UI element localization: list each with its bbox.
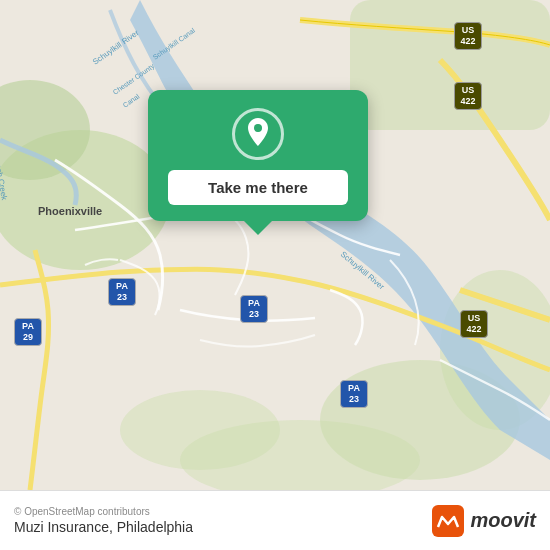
badge-us422-mid: US422 <box>454 82 482 110</box>
bottom-left-info: © OpenStreetMap contributors Muzi Insura… <box>14 506 193 535</box>
location-pin-circle <box>232 108 284 160</box>
svg-point-15 <box>254 124 262 132</box>
badge-pa23-right: PA23 <box>340 380 368 408</box>
take-me-there-button[interactable]: Take me there <box>168 170 348 205</box>
moovit-icon <box>432 505 464 537</box>
moovit-text: moovit <box>470 509 536 532</box>
bottom-bar: © OpenStreetMap contributors Muzi Insura… <box>0 490 550 550</box>
badge-pa23-mid: PA23 <box>240 295 268 323</box>
svg-rect-3 <box>350 0 550 130</box>
location-name: Muzi Insurance, Philadelphia <box>14 519 193 535</box>
moovit-logo: moovit <box>432 505 536 537</box>
badge-pa29: PA29 <box>14 318 42 346</box>
badge-us422-bottom: US422 <box>460 310 488 338</box>
svg-text:Phoenixville: Phoenixville <box>38 205 102 217</box>
popup-card: Take me there <box>148 90 368 221</box>
badge-us422-top: US422 <box>454 22 482 50</box>
svg-rect-16 <box>432 505 464 537</box>
map-svg: Phoenixville Schuylkill River Chester Co… <box>0 0 550 490</box>
map-container: Phoenixville Schuylkill River Chester Co… <box>0 0 550 490</box>
badge-pa23-left: PA23 <box>108 278 136 306</box>
copyright-text: © OpenStreetMap contributors <box>14 506 193 517</box>
location-pin-icon <box>244 118 272 150</box>
